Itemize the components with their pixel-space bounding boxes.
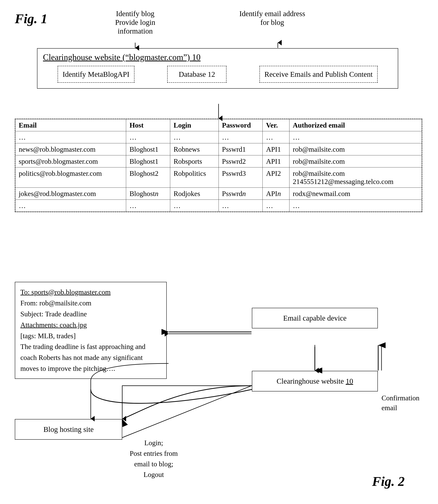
- table-row: news@rob.blogmaster.com Bloghost1 Robnew…: [15, 143, 422, 155]
- table-row: … … … … … …: [15, 131, 422, 143]
- col-host: Host: [126, 119, 170, 131]
- col-authorized-email: Authorized email: [289, 119, 422, 131]
- col-login: Login: [170, 119, 219, 131]
- email-device-box: Email capable device: [252, 308, 378, 328]
- email-from: From: rob@mailsite.com: [20, 298, 161, 309]
- email-box: To: sports@rob.blogmaster.com From: rob@…: [15, 282, 167, 379]
- fig1-label: Fig. 1: [15, 11, 47, 26]
- clearinghouse-title: Clearinghouse website (“blogmaster.com”)…: [43, 52, 392, 62]
- table-row: jokes@rod.blogmaster.com Bloghostn Rodjo…: [15, 188, 422, 200]
- email-body: The trading deadline is fast approaching…: [20, 341, 161, 374]
- email-tags: [tags: MLB, trades]: [20, 331, 161, 341]
- dashed-box-api: Identify MetaBlogAPI: [58, 66, 134, 83]
- email-subject: Subject: Trade deadline: [20, 309, 161, 320]
- table-row: … … … … … …: [15, 200, 422, 212]
- table-header-row: Email Host Login Password Ver. Authorize…: [15, 119, 422, 131]
- blog-host-box: Blog hosting site: [15, 419, 122, 440]
- svg-line-9: [122, 386, 252, 438]
- database-table-wrapper: Email Host Login Password Ver. Authorize…: [15, 119, 422, 212]
- fig2-label: Fig. 2: [372, 474, 405, 489]
- top-label-right: Identify email address for blog: [237, 9, 307, 27]
- table-row: sports@rob.blogmaster.com Bloghost1 Robs…: [15, 155, 422, 167]
- clearinghouse-inner: Identify MetaBlogAPI Database 12 Receive…: [43, 66, 392, 83]
- database-table: Email Host Login Password Ver. Authorize…: [15, 119, 422, 212]
- confirm-label: Confirmation email: [382, 393, 430, 413]
- dashed-box-email: Receive Emails and Publish Content: [260, 66, 378, 83]
- clearinghouse-bottom-box: Clearinghouse website 10: [252, 371, 378, 391]
- col-password: Password: [219, 119, 263, 131]
- top-label-left: Identify blog Provide login information: [100, 9, 170, 35]
- email-to: To: sports@rob.blogmaster.com: [20, 287, 161, 298]
- col-ver: Ver.: [263, 119, 289, 131]
- dashed-box-db: Database 12: [167, 66, 227, 83]
- email-attachments: Attachments: coach.jpg: [20, 320, 161, 331]
- clearinghouse-main-box: Clearinghouse website (“blogmaster.com”)…: [37, 48, 398, 89]
- col-email: Email: [15, 119, 126, 131]
- table-row: politics@rob.blogmaster.com Bloghost2 Ro…: [15, 167, 422, 188]
- login-label: Login; Post entries from email to blog; …: [126, 438, 182, 480]
